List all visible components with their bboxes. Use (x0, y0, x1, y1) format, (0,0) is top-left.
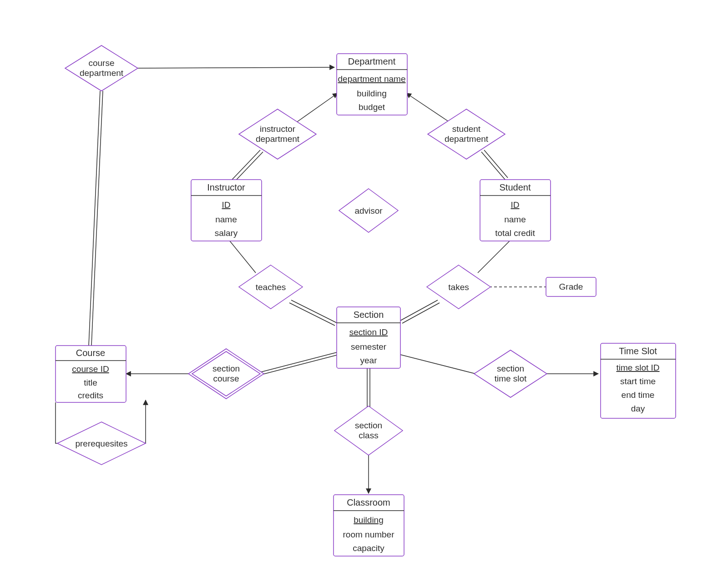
edge-studdept-student-b (484, 150, 508, 178)
entity-section-key: section ID (349, 327, 388, 337)
entity-classroom: Classroom building room number capacity (334, 495, 404, 556)
entity-course: Course course ID title credits (56, 346, 126, 402)
entity-course-attr0: title (84, 378, 97, 387)
entity-section-attr0: semester (351, 342, 387, 351)
svg-text:department: department (256, 134, 300, 144)
edge-student-takes (478, 241, 510, 273)
svg-text:course: course (213, 374, 239, 383)
rel-section-class: section class (334, 406, 403, 455)
edge-takes-section-b (402, 303, 440, 323)
svg-text:course: course (88, 58, 114, 68)
entity-department-key: department name (338, 74, 406, 84)
edge-coursedept-department (126, 67, 334, 68)
entity-section-attr1: year (360, 356, 378, 365)
attr-grade-label: Grade (559, 282, 583, 291)
rel-section-course: section course (188, 349, 264, 399)
entity-course-attr1: credits (78, 391, 103, 400)
svg-text:department: department (445, 134, 489, 144)
rel-course-department: course department (65, 45, 138, 91)
edge-section-sectioncourse-b (261, 355, 337, 375)
edge-coursedept-course-b (91, 91, 103, 346)
svg-text:section: section (212, 364, 240, 373)
entity-student-attr1: total credit (495, 228, 535, 238)
entity-classroom-key: building (354, 515, 384, 525)
svg-text:time slot: time slot (495, 374, 527, 383)
entity-instructor-attr0: name (215, 215, 237, 224)
entity-department-title: Department (348, 56, 396, 66)
svg-text:section: section (355, 421, 382, 430)
entity-student-key: ID (511, 200, 520, 210)
svg-text:instructor: instructor (260, 124, 296, 134)
entity-student: Student ID name total credit (480, 180, 551, 241)
edge-instrdept-department (296, 93, 338, 123)
svg-text:student: student (452, 124, 481, 134)
entity-timeslot: Time Slot time slot ID start time end ti… (601, 343, 676, 418)
svg-text:department: department (80, 68, 124, 78)
svg-text:prerequesites: prerequesites (75, 439, 127, 448)
rel-prerequisites: prerequesites (57, 422, 146, 465)
svg-text:teaches: teaches (256, 282, 286, 292)
entity-classroom-attr1: capacity (353, 543, 384, 553)
entity-department: Department department name building budg… (337, 54, 407, 115)
rel-advisor: advisor (339, 189, 398, 232)
edge-instructor-teaches (230, 241, 256, 273)
edge-coursedept-course-a (89, 91, 100, 346)
entity-instructor-attr1: salary (215, 228, 238, 238)
edge-instrdept-instructor-a (232, 150, 260, 180)
entity-timeslot-title: Time Slot (619, 346, 657, 356)
attr-grade: Grade (546, 277, 596, 296)
edge-instrdept-instructor-b (235, 152, 263, 181)
entity-instructor-title: Instructor (207, 182, 245, 192)
entity-timeslot-key: time slot ID (616, 363, 659, 372)
entity-department-attr1: budget (359, 102, 385, 112)
svg-text:class: class (359, 431, 378, 440)
entity-department-attr0: building (357, 89, 387, 98)
entity-classroom-title: Classroom (347, 497, 390, 507)
entity-course-key: course ID (72, 364, 109, 374)
edge-course-prereq-left (56, 402, 64, 443)
rel-section-timeslot: section time slot (474, 350, 547, 397)
svg-text:advisor: advisor (354, 206, 383, 216)
entity-classroom-attr0: room number (343, 530, 395, 539)
entity-section: Section section ID semester year (337, 307, 400, 368)
svg-text:section: section (497, 364, 524, 373)
edge-takes-section-a (400, 300, 438, 321)
entity-instructor-key: ID (222, 200, 231, 210)
entity-student-attr0: name (504, 215, 526, 224)
rel-student-department: student department (428, 109, 505, 159)
edge-section-sectioncourse-a (261, 352, 337, 372)
svg-text:takes: takes (448, 282, 469, 292)
entity-section-title: Section (354, 310, 384, 320)
entity-course-title: Course (76, 348, 105, 358)
edge-section-sectiontimeslot (400, 355, 475, 374)
edge-studdept-student-a (481, 152, 505, 180)
edge-course-prereq-right (139, 400, 146, 443)
rel-takes: takes (427, 265, 490, 309)
entity-student-title: Student (500, 182, 531, 192)
edge-studdept-department (406, 93, 450, 123)
rel-teaches: teaches (239, 265, 303, 309)
entity-instructor: Instructor ID name salary (191, 180, 262, 241)
entity-timeslot-attr1: end time (622, 390, 655, 400)
entity-timeslot-attr0: start time (620, 376, 656, 386)
edge-teaches-section-b (289, 303, 335, 326)
entity-timeslot-attr2: day (631, 404, 645, 413)
edge-teaches-section-a (291, 300, 337, 323)
